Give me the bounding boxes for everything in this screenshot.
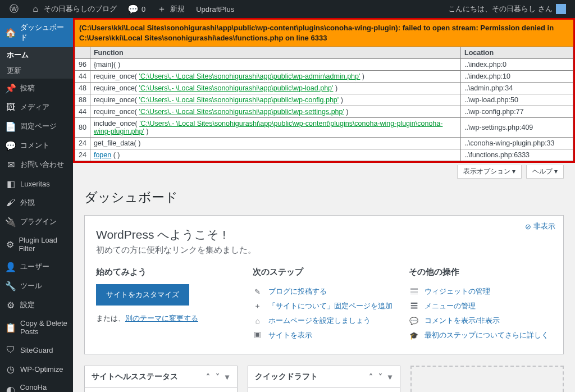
sidebar-item-13[interactable]: 🛡SiteGuard bbox=[0, 340, 73, 359]
welcome-item-icon: 🎓 bbox=[409, 331, 419, 340]
menu-icon: 🛡 bbox=[6, 345, 16, 355]
menu-icon: 📌 bbox=[6, 83, 16, 93]
home-icon: ⌂ bbox=[30, 4, 40, 14]
sidebar-subitem-home[interactable]: ホーム bbox=[0, 47, 73, 63]
comments-link[interactable]: 💬0 bbox=[124, 0, 150, 18]
admin-sidebar: 🏠 ダッシュボード ホーム 更新 📌投稿🖼メディア📄固定ページ💬コメント✉お問い… bbox=[0, 18, 73, 392]
welcome-link[interactable]: 「サイトについて」固定ページを追加 bbox=[268, 301, 393, 311]
fn-link[interactable]: fopen bbox=[94, 151, 111, 159]
sidebar-item-5[interactable]: ◧Luxeritas bbox=[0, 174, 73, 193]
site-name-link[interactable]: ⌂その日暮らしのブログ bbox=[26, 0, 121, 18]
menu-icon: ◐ bbox=[6, 386, 16, 392]
sidebar-item-9[interactable]: 👤ユーザー bbox=[0, 257, 73, 276]
welcome-link[interactable]: ブログに投稿する bbox=[268, 286, 327, 297]
menu-icon: ◷ bbox=[6, 364, 16, 374]
sidebar-item-0[interactable]: 📌投稿 bbox=[0, 79, 73, 98]
welcome-item-icon: ▣ bbox=[253, 330, 263, 340]
php-error-banner: (C:\Users\kki\Local Sites\sonohigurashi\… bbox=[75, 20, 573, 47]
welcome-link[interactable]: 最初のステップについてさらに詳しく bbox=[425, 330, 549, 340]
welcome-panel: ⊘非表示 WordPress へようこそ ! 初めての方に便利なリンクを集めまし… bbox=[84, 215, 564, 354]
welcome-item-icon: ▤ bbox=[409, 286, 419, 297]
sidebar-item-12[interactable]: 📋Copy & Delete Posts bbox=[0, 314, 73, 340]
stack-trace-table: Function Location 96{main}( )..\index.ph… bbox=[75, 47, 573, 161]
path-link[interactable]: 'C:\Users\‪‪.- \Local Sites\sonohigurash… bbox=[139, 72, 360, 80]
trace-row: 24get_file_data( )..\conoha-wing-plugin.… bbox=[75, 138, 573, 149]
updraftplus-link[interactable]: UpdraftPlus bbox=[191, 0, 239, 18]
chevron-up-icon[interactable]: ˄ bbox=[368, 372, 374, 381]
error-highlight-box: (C:\Users\kki\Local Sites\sonohigurashi\… bbox=[73, 18, 575, 163]
menu-icon: 📄 bbox=[6, 121, 16, 131]
welcome-item-icon: ✎ bbox=[253, 288, 263, 296]
welcome-heading: WordPress へようこそ ! bbox=[96, 227, 552, 243]
welcome-col-next: 次のステップ ✎ブログに投稿する＋「サイトについて」固定ページを追加⌂ホームペー… bbox=[253, 267, 396, 343]
welcome-link[interactable]: ウィジェットの管理 bbox=[425, 286, 490, 297]
content-area: (C:\Users\kki\Local Sites\sonohigurashi\… bbox=[73, 18, 575, 392]
sidebar-subitem-updates[interactable]: 更新 bbox=[0, 63, 73, 79]
admin-bar: ⓦ ⌂その日暮らしのブログ 💬0 ＋新規 UpdraftPlus こんにちは、そ… bbox=[0, 0, 575, 18]
welcome-col-start: 始めてみよう サイトをカスタマイズ または、別のテーマに変更する bbox=[96, 267, 239, 343]
customize-site-button[interactable]: サイトをカスタマイズ bbox=[96, 284, 189, 306]
welcome-item-icon: ⌂ bbox=[253, 317, 263, 325]
path-link[interactable]: 'C:\Users\‪‪.- \Local Sites\sonohigurash… bbox=[139, 96, 339, 104]
dismiss-icon: ⊘ bbox=[525, 222, 531, 231]
welcome-col-more: その他の操作 ▤ウィジェットの管理☰メニューの管理💬コメントを表示/非表示🎓最初… bbox=[409, 267, 552, 343]
menu-icon: ⚙ bbox=[6, 300, 16, 310]
welcome-link[interactable]: コメントを表示/非表示 bbox=[425, 316, 500, 326]
screen-meta: 表示オプション ▾ ヘルプ ▾ bbox=[73, 163, 575, 179]
trace-row: 96{main}( )..\index.php:0 bbox=[75, 59, 573, 71]
sidebar-item-14[interactable]: ◷WP-Optimize bbox=[0, 359, 73, 379]
chevron-up-icon[interactable]: ˄ bbox=[205, 372, 211, 381]
menu-icon: ✉ bbox=[6, 159, 16, 170]
screen-options-tab[interactable]: 表示オプション ▾ bbox=[457, 165, 522, 179]
sidebar-item-3[interactable]: 💬コメント bbox=[0, 136, 73, 155]
help-tab[interactable]: ヘルプ ▾ bbox=[526, 165, 564, 179]
welcome-item-icon: ☰ bbox=[409, 301, 419, 311]
sidebar-item-dashboard[interactable]: 🏠 ダッシュボード bbox=[0, 18, 73, 47]
trace-row: 88require_once( 'C:\Users\‪‪.- \Local Si… bbox=[75, 94, 573, 106]
menu-icon: ◧ bbox=[6, 179, 16, 189]
menu-icon: ⚙ bbox=[6, 239, 14, 249]
sidebar-item-4[interactable]: ✉お問い合わせ bbox=[0, 155, 73, 174]
welcome-dismiss[interactable]: ⊘非表示 bbox=[525, 221, 555, 231]
wp-logo[interactable]: ⓦ bbox=[4, 0, 24, 18]
dashboard-icon: 🏠 bbox=[6, 28, 16, 38]
sidebar-item-8[interactable]: ⚙Plugin Load Filter bbox=[0, 231, 73, 257]
welcome-link[interactable]: ホームページを設定しましょう bbox=[268, 316, 371, 326]
trace-row: 44require_once( 'C:\Users\‪‪.- \Local Si… bbox=[75, 106, 573, 118]
sidebar-item-10[interactable]: 🔧ツール bbox=[0, 276, 73, 295]
sidebar-item-2[interactable]: 📄固定ページ bbox=[0, 117, 73, 136]
trace-row: 44require_once( 'C:\Users\‪‪.- \Local Si… bbox=[75, 71, 573, 83]
th-function: Function bbox=[90, 47, 460, 59]
new-content-link[interactable]: ＋新規 bbox=[152, 0, 189, 18]
sidebar-item-11[interactable]: ⚙設定 bbox=[0, 295, 73, 314]
trace-row: 80include_once( 'C:\Users\‪‪.- \Local Si… bbox=[75, 118, 573, 138]
widget-dropzone[interactable]: ボックスをここにドラッグ bbox=[410, 366, 564, 392]
user-greeting[interactable]: こんにちは、その日暮らし さん bbox=[444, 0, 571, 18]
menu-icon: 🔌 bbox=[6, 217, 16, 227]
path-link[interactable]: 'C:\Users\‪‪.- \Local Sites\sonohigurash… bbox=[139, 108, 344, 116]
sidebar-item-1[interactable]: 🖼メディア bbox=[0, 98, 73, 117]
chevron-down-icon[interactable]: ˅ bbox=[215, 372, 221, 381]
menu-icon: 👤 bbox=[6, 262, 16, 272]
menu-icon: 🖼 bbox=[6, 102, 16, 112]
menu-icon: 🖌 bbox=[6, 198, 16, 208]
welcome-link[interactable]: メニューの管理 bbox=[425, 301, 476, 311]
site-title: その日暮らしのブログ bbox=[44, 4, 117, 14]
sidebar-item-7[interactable]: 🔌プラグイン bbox=[0, 212, 73, 231]
wordpress-icon: ⓦ bbox=[9, 4, 19, 14]
sidebar-item-6[interactable]: 🖌外観 bbox=[0, 193, 73, 212]
chevron-down-icon[interactable]: ˅ bbox=[377, 372, 384, 381]
path-link[interactable]: 'C:\Users\‪‪.- \Local Sites\sonohigurash… bbox=[139, 84, 334, 92]
th-location: Location bbox=[461, 47, 573, 59]
caret-icon[interactable]: ▾ bbox=[387, 372, 393, 381]
comment-icon: 💬 bbox=[128, 4, 138, 14]
menu-icon: 💬 bbox=[6, 140, 16, 151]
welcome-link[interactable]: サイトを表示 bbox=[268, 330, 312, 340]
menu-icon: 📋 bbox=[6, 322, 16, 332]
change-theme-link[interactable]: 別のテーマに変更する bbox=[125, 314, 198, 322]
widget-quick-draft: クイックドラフト˄˅▾ タイトル コンテンツ 下書き保存 bbox=[248, 366, 401, 392]
sidebar-item-15[interactable]: ◐ConoHa WING bbox=[0, 379, 73, 392]
path-link[interactable]: 'C:\Users\‪‪.- \Local Sites\sonohigurash… bbox=[94, 120, 443, 135]
avatar-icon bbox=[556, 4, 566, 14]
caret-icon[interactable]: ▾ bbox=[224, 372, 230, 381]
